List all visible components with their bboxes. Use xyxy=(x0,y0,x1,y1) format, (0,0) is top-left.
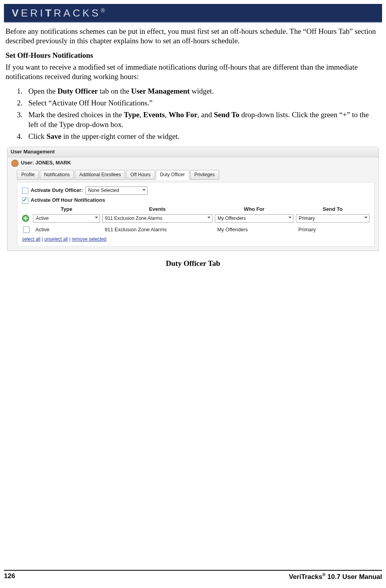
header-events: Events xyxy=(102,206,212,213)
type-select[interactable]: Active xyxy=(33,214,100,223)
grid-row-static: Active 911 Exclusion Zone Alarms My Offe… xyxy=(22,227,369,233)
activate-offhour-checkbox[interactable] xyxy=(22,197,28,204)
grid-headers: Type Events Who For Send To xyxy=(22,206,369,213)
header-banner: VVERITRACKSERITRACKS® xyxy=(4,4,382,23)
step-1: Open the Duty Officer tab on the User Ma… xyxy=(24,87,380,96)
avatar-icon xyxy=(11,160,18,167)
whofor-select[interactable]: My Offenders xyxy=(215,214,294,223)
sendto-select[interactable]: Primary xyxy=(296,214,369,223)
figure-caption: Duty Officer Tab xyxy=(6,259,380,268)
user-label: User: JONES, MARK xyxy=(21,160,71,166)
section-heading: Set Off-Hours Notifications xyxy=(6,51,380,60)
grid-row-input: Active 911 Exclusion Zone Alarms My Offe… xyxy=(22,214,369,223)
add-row-button[interactable] xyxy=(22,215,29,222)
tab-profile[interactable]: Profile xyxy=(17,170,39,180)
footer: 126 VeriTracks® 10.7 User Manual xyxy=(4,570,382,581)
row-whofor: My Offenders xyxy=(215,227,294,233)
tab-additional-enrollees[interactable]: Additional Enrollees xyxy=(75,170,125,180)
user-row: User: JONES, MARK xyxy=(11,160,375,167)
activate-offhour-label: Activate Off Hour Notifications xyxy=(31,197,105,204)
select-all-link[interactable]: select all xyxy=(22,236,41,242)
tab-duty-officer[interactable]: Duty Officer xyxy=(156,170,189,180)
step-2: Select “Activate Off Hour Notifications.… xyxy=(24,98,380,108)
tab-privileges[interactable]: Privileges xyxy=(190,170,219,180)
step-4: Click Save in the upper-right corner of … xyxy=(24,132,380,141)
section-desc: If you want to receive a modified set of… xyxy=(6,63,380,82)
activate-duty-label: Activate Duty Officer: xyxy=(31,187,83,194)
intro-text: Before any notifications schemes can be … xyxy=(6,27,380,46)
links-row: select all | unselect all | remove selec… xyxy=(22,236,369,242)
brand-logo: VVERITRACKSERITRACKS® xyxy=(12,7,105,19)
header-sendto: Send To xyxy=(296,206,369,213)
header-type: Type xyxy=(33,206,100,213)
duty-officer-select[interactable]: None Selected xyxy=(85,186,148,195)
events-select[interactable]: 911 Exclusion Zone Alarms xyxy=(102,214,212,223)
embedded-screenshot: User Management User: JONES, MARK Profil… xyxy=(7,147,379,251)
step-3: Mark the desired choices in the Type, Ev… xyxy=(24,110,380,129)
tabs: Profile Notifications Additional Enrolle… xyxy=(17,170,375,180)
tab-notifications[interactable]: Notifications xyxy=(40,170,74,180)
header-whofor: Who For xyxy=(215,206,294,213)
row-checkbox[interactable] xyxy=(23,227,30,233)
remove-selected-link[interactable]: remove selected xyxy=(72,236,106,242)
activate-duty-checkbox[interactable] xyxy=(22,188,28,194)
tab-panel: Activate Duty Officer: None Selected Act… xyxy=(17,182,375,247)
tab-off-hours[interactable]: Off Hours xyxy=(126,170,155,180)
row-type: Active xyxy=(33,227,100,233)
unselect-all-link[interactable]: unselect all xyxy=(44,236,68,242)
manual-title: VeriTracks® 10.7 User Manual xyxy=(289,572,382,581)
widget-title: User Management xyxy=(7,147,379,157)
row-events: 911 Exclusion Zone Alarms xyxy=(102,227,212,233)
steps-list: Open the Duty Officer tab on the User Ma… xyxy=(6,87,380,142)
row-sendto: Primary xyxy=(296,227,369,233)
page-number: 126 xyxy=(4,572,15,581)
